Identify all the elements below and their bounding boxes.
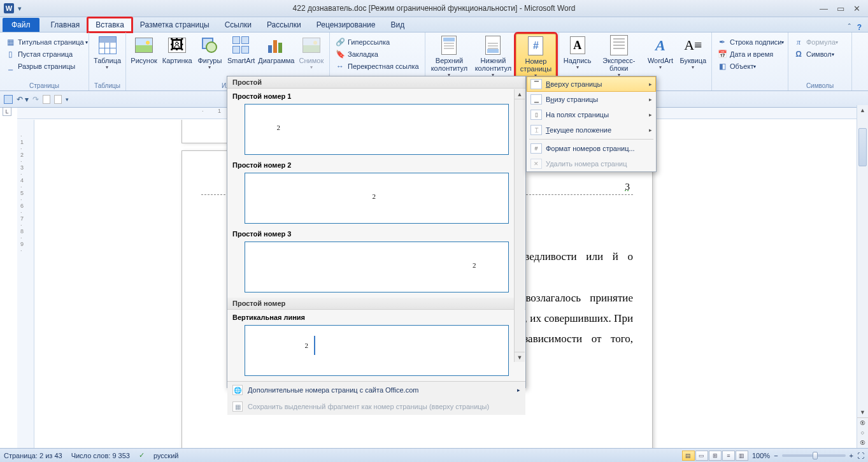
datetime-icon: 📅 [717,49,727,59]
chart-button[interactable]: Диаграмма [258,34,295,66]
close-icon[interactable]: ✕ [853,4,860,13]
qat-customize-icon[interactable]: ▾ [66,96,69,103]
textbox-button[interactable]: AНадпись▾ [562,34,593,72]
datetime-button[interactable]: 📅Дата и время [715,48,786,60]
view-full-screen[interactable]: ▭ [695,451,708,461]
gallery-item-3-label: Простой номер 3 [231,227,522,240]
title-page-button[interactable]: ▦Титульная страница ▾ [3,36,90,48]
equation-button[interactable]: πФормула ▾ [791,36,841,48]
page-number-display: 3 [625,182,630,192]
zoom-in-button[interactable]: + [850,452,853,459]
word-app-icon: W [4,3,14,13]
tab-home[interactable]: Главная [43,18,88,32]
hyperlink-button[interactable]: 🔗Гиперссылка [332,36,422,48]
page-break-button[interactable]: ⎯Разрыв страницы [3,61,90,72]
gallery-item-1[interactable]: 2 [245,104,509,155]
menu-top-of-page[interactable]: ▔Вверху страницы▸ [527,76,656,92]
blank-page-button[interactable]: ▯Пустая страница [3,48,90,60]
object-button[interactable]: ◧Объект ▾ [715,61,786,72]
shapes-button[interactable]: Фигуры▾ [195,34,224,72]
tab-view[interactable]: Вид [383,18,412,32]
zoom-value[interactable]: 100% [752,452,770,459]
format-icon: # [530,143,542,154]
status-language[interactable]: русский [153,452,178,459]
view-print-layout[interactable]: ▤ [682,451,695,461]
status-words[interactable]: Число слов: 9 353 [71,452,130,459]
more-page-numbers-link[interactable]: 🌐Дополнительные номера страниц с сайта O… [227,382,525,398]
menu-current-position[interactable]: ⌶Текущее положение▸ [527,122,656,138]
prev-page-icon[interactable]: ⦿ [857,417,868,428]
wordart-button[interactable]: AWordArt▾ [644,34,676,72]
tab-file[interactable]: Файл [3,18,39,32]
screenshot-button[interactable]: Снимок▾ [296,34,327,72]
view-web[interactable]: ⊞ [709,451,722,461]
symbol-button[interactable]: ΩСимвол ▾ [791,48,841,60]
tab-mailings[interactable]: Рассылки [259,18,309,32]
qat-dropdown-icon[interactable]: ▾ [18,4,22,13]
footer-button[interactable]: Нижний колонтитул▾ [472,34,515,80]
minimize-icon[interactable]: ― [820,4,828,13]
header-button[interactable]: Верхний колонтитул▾ [428,34,471,80]
tab-review[interactable]: Рецензирование [309,18,383,32]
scroll-down-icon[interactable]: ▼ [515,352,525,362]
picture-button[interactable]: Рисунок [129,34,159,66]
page-number-icon: # [528,36,543,55]
tab-insert[interactable]: Вставка [87,17,132,32]
ruler-toggle[interactable]: L [3,107,11,116]
undo-icon[interactable]: ↶ ▾ [17,95,29,104]
page-number-button[interactable]: #Номер страницы▾ [516,34,556,81]
view-outline[interactable]: ≡ [722,451,735,461]
gallery-item-4[interactable]: 2 [245,325,509,376]
browse-object-icon[interactable]: ○ [857,428,868,438]
bookmark-button[interactable]: 🔖Закладка [332,48,422,60]
save-selection-button: ▦Сохранить выделенный фрагмент как номер… [227,398,525,415]
equation-icon: π [793,37,804,47]
menu-bottom-of-page[interactable]: ▁Внизу страницы▸ [527,92,656,107]
dropcap-button[interactable]: A≡Буквица▾ [678,34,709,72]
help-icon[interactable]: ? [857,23,862,32]
scrollbar-thumb[interactable] [858,128,867,166]
scroll-up-icon[interactable]: ▲ [515,89,525,99]
menu-page-margins[interactable]: ▯На полях страницы▸ [527,107,656,122]
new-doc-icon[interactable] [43,95,50,104]
restore-icon[interactable]: ▭ [837,4,844,13]
zoom-fit-icon[interactable]: ⛶ [857,452,864,459]
status-page[interactable]: Страница: 2 из 43 [4,452,62,459]
table-button[interactable]: Таблица▾ [92,34,123,72]
smartart-button[interactable]: SmartArt [226,34,257,66]
clipart-button[interactable]: 🖼Картинка [160,34,194,66]
link-icon: 🔗 [335,37,345,47]
gallery-scrollbar[interactable]: ▲ ▼ [514,89,525,362]
ribbon-minimize-icon[interactable]: ˆ [848,23,851,32]
tab-page-layout[interactable]: Разметка страницы [132,18,217,32]
signature-icon: ✒ [717,37,727,47]
gallery-item-3[interactable]: 2 [245,242,509,292]
zoom-slider[interactable] [782,454,846,457]
quickparts-button[interactable]: Экспресс-блоки▾ [594,34,643,80]
table-icon [99,36,117,54]
gallery-item-2[interactable]: 2 [245,173,509,224]
doc-icon2[interactable] [54,95,62,104]
symbol-icon: Ω [793,49,804,59]
crossref-button[interactable]: ↔Перекрестная ссылка [332,61,422,72]
vertical-ruler[interactable]: ·1·2·3·4·5·6·7·8·9· [17,120,34,448]
titlebar: W ▾ 422 дознаватель.doc [Режим ограничен… [0,0,868,17]
zoom-thumb[interactable] [813,452,818,459]
gallery-item-2-label: Простой номер 2 [231,159,522,171]
status-proof-icon[interactable]: ✓ [139,451,145,459]
tab-references[interactable]: Ссылки [217,18,259,32]
remove-icon: ✕ [530,159,542,169]
redo-icon[interactable]: ↷ [32,95,39,104]
menu-format-page-numbers[interactable]: #Формат номеров страниц... [527,141,656,156]
scroll-up-icon[interactable]: ▲ [857,105,868,115]
scroll-down-icon[interactable]: ▼ [857,407,868,417]
save-icon[interactable] [4,95,13,104]
signature-line-button[interactable]: ✒Строка подписи ▾ [715,36,786,48]
zoom-out-button[interactable]: − [774,452,778,459]
vertical-scrollbar[interactable]: ▲ ▼ ⦿ ○ ⦿ [857,105,868,448]
ribbon-tabs: Файл Главная Вставка Разметка страницы С… [0,17,868,32]
wordart-icon: A [655,37,665,54]
view-draft[interactable]: ▥ [736,451,748,461]
next-page-icon[interactable]: ⦿ [857,438,868,448]
shapes-icon [201,36,218,54]
